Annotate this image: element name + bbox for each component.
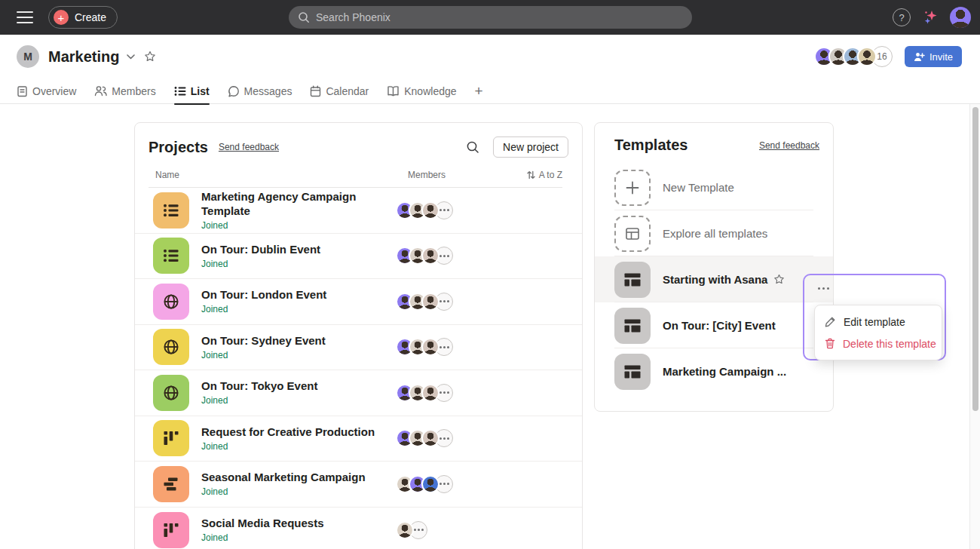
search-input[interactable] [316, 11, 683, 23]
project-name[interactable]: Marketing Agency Campaign Template [201, 190, 396, 219]
project-name[interactable]: Request for Creative Production [201, 425, 396, 440]
avatar [421, 201, 439, 219]
menu-item-delete-template[interactable]: Delete this template [815, 333, 942, 354]
table-row[interactable]: Request for Creative Production Joined [135, 416, 582, 462]
ai-sparkle-icon[interactable] [923, 10, 938, 25]
template-name: Starting with Asana [663, 273, 767, 286]
joined-status: Joined [201, 486, 396, 497]
member-avatars [396, 475, 453, 493]
help-button[interactable]: ? [893, 8, 911, 26]
tab-label: Knowledge [404, 85, 456, 97]
table-row[interactable]: On Tour: London Event Joined [135, 279, 582, 325]
user-avatar[interactable] [950, 7, 971, 28]
table-row[interactable]: On Tour: Tokyo Event Joined [135, 370, 582, 416]
template-item[interactable]: Starting with Asana [595, 256, 833, 302]
avatar [421, 247, 439, 265]
table-row[interactable]: On Tour: Sydney Event Joined [135, 325, 582, 371]
tab-members[interactable]: Members [94, 78, 155, 104]
add-tab-button[interactable]: + [475, 83, 483, 100]
team-facepile[interactable]: 16 [814, 46, 893, 67]
page-scrollbar[interactable] [969, 104, 980, 549]
member-avatars [396, 201, 453, 219]
templates-feedback-link[interactable]: Send feedback [759, 140, 819, 151]
invite-people-icon [914, 52, 925, 62]
joined-status: Joined [201, 304, 396, 314]
trash-icon [825, 338, 835, 349]
project-globe-icon [153, 284, 189, 320]
tab-calendar[interactable]: Calendar [310, 78, 369, 104]
projects-table-header: Name Members A to Z [135, 164, 582, 188]
hamburger-menu-icon[interactable] [17, 11, 33, 23]
avatar [421, 338, 439, 356]
favorite-star-icon[interactable] [144, 51, 156, 63]
new-template-label: New Template [663, 181, 734, 194]
plus-icon: + [54, 10, 69, 25]
project-name[interactable]: On Tour: Tokyo Event [201, 379, 396, 394]
templates-title: Templates [614, 136, 688, 154]
template-name: On Tour: [City] Event [663, 319, 776, 332]
menu-item-edit-template[interactable]: Edit template [815, 311, 942, 333]
project-list-icon [153, 192, 189, 228]
avatar [421, 475, 439, 493]
member-avatars [396, 384, 453, 402]
column-header-name: Name [155, 170, 179, 180]
sort-label: A to Z [539, 170, 562, 180]
invite-button[interactable]: Invite [905, 46, 962, 67]
project-name[interactable]: On Tour: Dublin Event [201, 243, 396, 257]
joined-status: Joined [201, 220, 396, 231]
template-item[interactable]: On Tour: [City] Event [595, 302, 833, 348]
tab-knowledge[interactable]: Knowledge [387, 78, 456, 104]
project-name[interactable]: Social Media Requests [201, 517, 396, 531]
project-timeline-icon [153, 466, 189, 502]
projects-search-icon[interactable] [466, 140, 479, 154]
member-avatars [396, 247, 453, 265]
table-row[interactable]: Seasonal Marketing Campaign Joined [135, 462, 582, 508]
avatar [421, 429, 439, 447]
projects-feedback-link[interactable]: Send feedback [219, 142, 279, 152]
help-label: ? [899, 12, 904, 23]
tab-label: Overview [32, 85, 76, 97]
team-avatar[interactable]: M [17, 45, 39, 68]
chevron-down-icon[interactable] [127, 54, 135, 60]
joined-status: Joined [201, 259, 396, 269]
member-avatars [396, 293, 453, 311]
page-title: Marketing [48, 48, 119, 66]
app-window: + Create ? M Ma [0, 0, 980, 549]
project-name[interactable]: Seasonal Marketing Campaign [201, 471, 396, 485]
joined-status: Joined [201, 532, 396, 543]
column-header-members: Members [408, 170, 446, 180]
tab-list[interactable]: List [174, 78, 210, 104]
table-row[interactable]: Marketing Agency Campaign Template Joine… [135, 188, 582, 234]
new-template-button[interactable]: New Template [595, 164, 833, 210]
projects-panel: Projects Send feedback New project Name … [134, 122, 583, 549]
template-context-menu: Edit template Delete this template [814, 305, 942, 360]
project-board-icon [153, 512, 189, 548]
template-icon [614, 262, 651, 298]
tab-messages[interactable]: Messages [228, 78, 292, 104]
template-item[interactable]: Marketing Campaign ... [595, 348, 833, 394]
invite-button-label: Invite [929, 51, 953, 63]
pencil-icon [825, 316, 836, 327]
table-row[interactable]: Social Media Requests Joined [135, 508, 582, 549]
scrollbar-thumb[interactable] [972, 107, 978, 411]
tab-overview[interactable]: Overview [17, 78, 76, 104]
plus-icon [614, 170, 651, 206]
table-row[interactable]: On Tour: Dublin Event Joined [135, 234, 582, 280]
member-avatars [396, 521, 427, 539]
member-avatars [396, 338, 453, 356]
explore-templates-button[interactable]: Explore all templates [595, 210, 833, 256]
create-button[interactable]: + Create [48, 6, 118, 29]
tab-label: Members [112, 85, 155, 97]
project-name[interactable]: On Tour: Sydney Event [201, 334, 396, 348]
create-button-label: Create [75, 11, 106, 23]
explore-templates-icon [614, 216, 651, 252]
favorite-star-icon[interactable] [773, 274, 785, 285]
avatar [857, 47, 877, 66]
new-project-button[interactable]: New project [493, 136, 568, 158]
global-search-bar[interactable] [289, 6, 692, 29]
explore-templates-label: Explore all templates [663, 227, 767, 240]
templates-panel: Templates Send feedback New Template Exp… [594, 122, 834, 412]
project-name[interactable]: On Tour: London Event [201, 288, 396, 302]
more-options-button[interactable] [815, 284, 832, 293]
sort-control[interactable]: A to Z [527, 170, 562, 180]
